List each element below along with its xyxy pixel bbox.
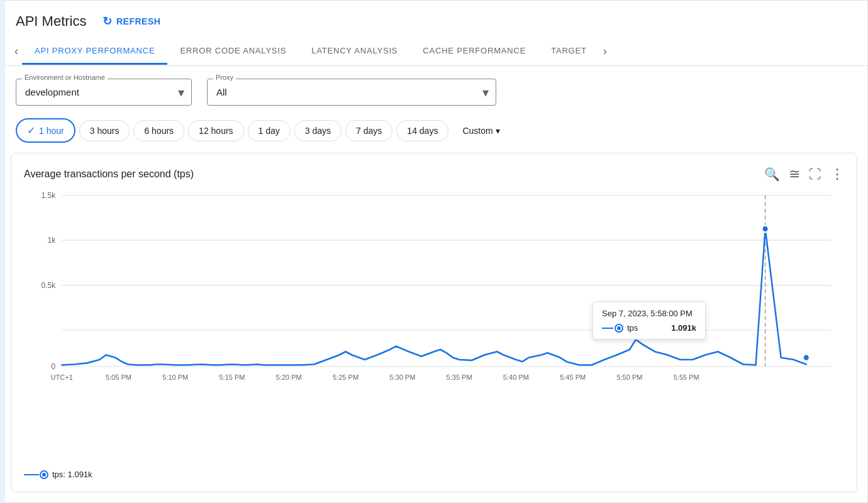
search-icon: 🔍 [764,167,780,182]
time-btn-3h[interactable]: 3 hours [79,120,130,141]
refresh-icon: ↻ [103,14,113,28]
time-range-row: ✓ 1 hour 3 hours 6 hours 12 hours 1 day … [1,112,867,153]
chart-tooltip: Sep 7, 2023, 5:58:00 PM tps 1.091k [593,302,706,340]
more-icon: ⋮ [830,166,844,182]
legend-label: tps: 1.091k [52,470,92,479]
tab-latency[interactable]: LATENCY ANALYSIS [299,38,410,65]
time-btn-1d[interactable]: 1 day [248,120,291,141]
time-btn-6h[interactable]: 6 hours [133,120,184,141]
chevron-right-icon: › [603,45,607,58]
tooltip-line-segment [602,328,613,329]
refresh-label: REFRESH [116,16,160,26]
svg-point-23 [803,354,810,361]
left-nav-accent [0,0,5,503]
svg-text:5:45 PM: 5:45 PM [560,373,586,381]
environment-select-wrapper: Environment or Hostname development ▾ [16,79,192,106]
time-btn-14d[interactable]: 14 days [396,120,448,141]
time-btn-12h[interactable]: 12 hours [188,120,243,141]
svg-text:5:55 PM: 5:55 PM [674,373,699,381]
chart-container: Average transactions per second (tps) 🔍 … [11,153,857,492]
chart-search-button[interactable]: 🔍 [764,167,780,182]
tooltip-value: 1.091k [671,323,696,333]
header: API Metrics ↻ REFRESH [1,1,867,32]
tooltip-date: Sep 7, 2023, 5:58:00 PM [602,309,696,318]
tabs-container: ‹ API PROXY PERFORMANCE ERROR CODE ANALY… [1,37,867,66]
svg-text:5:10 PM: 5:10 PM [162,373,188,381]
chevron-left-icon: ‹ [14,45,18,58]
custom-dropdown-icon: ▾ [496,126,500,136]
chart-header: Average transactions per second (tps) 🔍 … [24,166,844,182]
tab-api-proxy[interactable]: API PROXY PERFORMANCE [22,38,167,65]
svg-text:5:20 PM: 5:20 PM [276,373,302,381]
tooltip-dot [616,325,622,331]
chart-svg: 1.5k 1k 0.5k 0 UTC+1 5:05 PM 5:10 PM 5:1… [24,189,844,390]
svg-text:5:35 PM: 5:35 PM [447,373,472,381]
chart-title: Average transactions per second (tps) [24,169,194,180]
proxy-select[interactable]: All [207,79,496,106]
svg-text:0: 0 [51,362,55,371]
tab-prev-button[interactable]: ‹ [11,37,22,65]
legend-line-segment [24,474,39,475]
legend-dot [41,472,47,478]
proxy-label: Proxy [213,74,236,81]
environment-label: Environment or Hostname [22,74,108,81]
tab-error-code[interactable]: ERROR CODE ANALYSIS [167,38,299,65]
tab-target[interactable]: TARGET [538,38,599,65]
svg-text:5:25 PM: 5:25 PM [333,373,359,381]
tab-cache[interactable]: CACHE PERFORMANCE [410,38,538,65]
filters-row: Environment or Hostname development ▾ Pr… [1,66,867,112]
svg-text:5:05 PM: 5:05 PM [106,373,131,381]
proxy-select-group: Proxy All ▾ [207,79,496,106]
chart-actions: 🔍 ≅ ⛶ ⋮ [764,166,844,182]
filter-icon: ≅ [789,166,800,182]
svg-text:1k: 1k [47,236,55,245]
custom-label: Custom [462,126,492,136]
tooltip-series: tps [627,323,666,333]
time-btn-3d[interactable]: 3 days [294,120,342,141]
svg-text:5:30 PM: 5:30 PM [389,373,415,381]
chart-fullscreen-button[interactable]: ⛶ [809,167,821,182]
time-label-1h: 1 hour [39,126,64,136]
fullscreen-icon: ⛶ [809,167,821,182]
refresh-button[interactable]: ↻ REFRESH [96,11,167,32]
chart-more-button[interactable]: ⋮ [830,166,844,182]
environment-select[interactable]: development [16,79,192,106]
chart-legend: tps: 1.091k [24,470,844,479]
svg-text:1.5k: 1.5k [41,191,55,200]
svg-text:5:50 PM: 5:50 PM [616,373,642,381]
svg-text:5:15 PM: 5:15 PM [219,373,245,381]
legend-item: tps: 1.091k [24,470,92,479]
environment-select-group: Environment or Hostname development ▾ [16,79,192,106]
svg-point-22 [762,226,769,233]
checkmark-icon: ✓ [27,124,35,136]
proxy-select-wrapper: Proxy All ▾ [207,79,496,106]
tooltip-row: tps 1.091k [602,323,696,333]
svg-text:0.5k: 0.5k [41,281,55,290]
svg-text:UTC+1: UTC+1 [51,373,73,381]
time-btn-7d[interactable]: 7 days [345,120,392,141]
time-btn-1h[interactable]: ✓ 1 hour [16,118,75,143]
time-btn-custom[interactable]: Custom ▾ [452,121,509,141]
chart-area: 1.5k 1k 0.5k 0 UTC+1 5:05 PM 5:10 PM 5:1… [24,189,844,465]
page-title: API Metrics [16,13,86,30]
chart-filter-button[interactable]: ≅ [789,166,800,182]
tab-next-button[interactable]: › [599,37,611,65]
svg-text:5:40 PM: 5:40 PM [503,373,529,381]
